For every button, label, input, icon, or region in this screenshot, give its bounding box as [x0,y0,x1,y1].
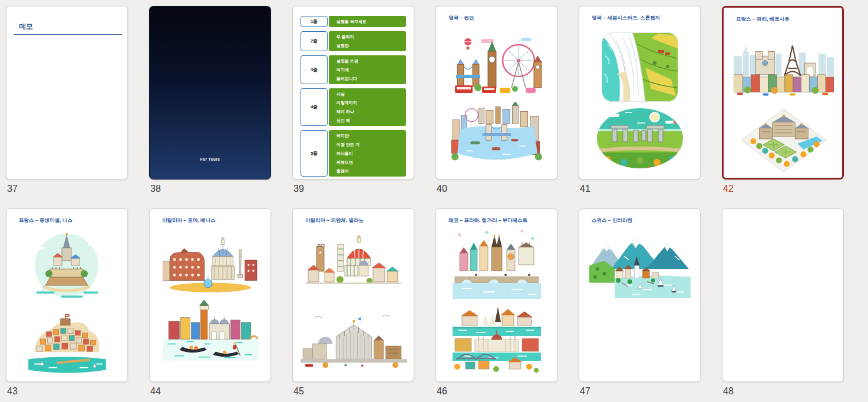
memo-underline [14,34,122,35]
slide-thumbnail-42-selected[interactable]: 프랑스 – 파리, 베르사유 [722,6,844,180]
seven-sisters-cliffs-illustration [602,32,678,102]
row-label: 1줄 [301,16,328,27]
slide-cell-39: 1줄 설명을 써주세요 2줄 두 줄짜리설명란 3줄 설명을 쓰면여기에들어갑니… [292,6,414,194]
venice-gondola-illustration [163,300,258,361]
slide-cell-48: 48 [722,208,844,396]
row-label: 5줄 [301,130,328,177]
florence-duomo-illustration [303,232,404,298]
nice-coast-illustration [22,309,112,376]
milan-duomo-illustration [301,311,407,371]
slide-number-47: 47 [580,386,701,396]
slide-number-37: 37 [7,184,128,194]
cover-footer-text: For Yours [150,157,270,161]
slide-thumbnail-40[interactable]: 영국 – 런던 [435,6,557,180]
list-rows: 1줄 설명을 써주세요 2줄 두 줄짜리설명란 3줄 설명을 쓰면여기에들어갑니… [301,16,406,177]
interlaken-lake-illustration [589,232,691,298]
slide-cell-41: 영국 – 세븐시스터즈, 스톤헨지 [579,6,701,194]
slide-title: 이탈리아 – 로마, 베니스 [162,217,216,224]
row-label: 3줄 [301,55,328,84]
stonehenge-illustration [596,108,684,170]
slide-cell-46: 체코 – 프라하, 헝가리 – 부다페스트 [435,208,557,396]
slide-cell-43: 프랑스 – 몽생미셸, 니스 [6,208,128,396]
prague-skyline-illustration [453,228,541,300]
list-row: 1줄 설명을 써주세요 [301,16,406,27]
slide-number-38: 38 [150,184,271,194]
paris-skyline-illustration [734,41,834,97]
slide-thumbnail-43[interactable]: 프랑스 – 몽생미셸, 니스 [6,208,128,382]
row-bar: 두 줄짜리설명란 [329,31,406,51]
london-landmarks-illustration [450,36,543,95]
slide-title: 영국 – 세븐시스터즈, 스톤헨지 [592,15,660,22]
slide-title: 스위스 – 인터라켄 [592,217,632,224]
rome-landmarks-illustration [163,232,258,294]
slide-thumbnail-38[interactable]: For Yours [149,6,271,180]
slide-number-48: 48 [723,386,844,396]
slide-number-46: 46 [437,386,557,396]
row-bar: 하지만이왕 만든 기여시들이써줬으면좋겠어 [329,130,406,177]
slide-title: 프랑스 – 몽생미셸, 니스 [19,217,72,224]
row-label: 4줄 [301,88,328,126]
slide-thumbnail-37[interactable]: 메모 [6,6,128,180]
slide-cell-45: 이탈리아 – 피렌체, 밀라노 [292,208,414,396]
row-bar: 설명을 써주세요 [329,16,406,27]
slide-cell-44: 이탈리아 – 로마, 베니스 [149,208,271,396]
slide-number-44: 44 [150,386,271,396]
slide-cell-47: 스위스 – 인터라켄 [579,208,701,396]
slide-number-42: 42 [723,184,844,194]
slide-thumbnail-41[interactable]: 영국 – 세븐시스터즈, 스톤헨지 [579,6,701,180]
row-bar: 설명을 쓰면여기에들어갑니다 [329,55,406,84]
list-row: 4줄 사실이렇게까지해야 하나싶긴 해 [301,88,406,126]
list-row: 2줄 두 줄짜리설명란 [301,31,406,51]
list-row: 5줄 하지만이왕 만든 기여시들이써줬으면좋겠어 [301,130,406,177]
slide-cell-38: For Yours 38 [149,6,271,194]
slide-number-40: 40 [437,184,557,194]
memo-title: 메모 [19,22,33,32]
slide-number-45: 45 [293,386,414,396]
slide-thumbnail-45[interactable]: 이탈리아 – 피렌체, 밀라노 [292,208,414,382]
slide-number-39: 39 [293,184,414,194]
versailles-palace-illustration [739,107,829,174]
slide-thumbnail-48[interactable] [722,208,844,382]
row-label: 2줄 [301,31,328,51]
slide-title: 프랑스 – 파리, 베르사유 [736,16,790,23]
slide-title: 영국 – 런던 [448,15,474,22]
slide-cell-40: 영국 – 런던 [435,6,557,194]
slide-number-43: 43 [7,386,128,396]
slide-cell-42: 프랑스 – 파리, 베르사유 [722,6,844,194]
slide-thumbnail-47[interactable]: 스위스 – 인터라켄 [579,208,701,382]
budapest-danube-illustration [453,304,541,380]
slide-number-41: 41 [580,184,701,194]
thames-tower-bridge-illustration [449,102,544,168]
slide-thumbnail-39[interactable]: 1줄 설명을 써주세요 2줄 두 줄짜리설명란 3줄 설명을 쓰면여기에들어갑니… [292,6,414,180]
slide-thumbnail-46[interactable]: 체코 – 프라하, 헝가리 – 부다페스트 [435,208,557,382]
row-bar: 사실이렇게까지해야 하나싶긴 해 [329,88,406,126]
slide-title: 체코 – 프라하, 헝가리 – 부다페스트 [448,217,527,224]
slide-title: 이탈리아 – 피렌체, 밀라노 [305,217,364,224]
list-row: 3줄 설명을 쓰면여기에들어갑니다 [301,55,406,84]
mont-saint-michel-illustration [25,231,108,304]
slide-cell-37: 메모 37 [6,6,128,194]
slide-thumbnail-44[interactable]: 이탈리아 – 로마, 베니스 [149,208,271,382]
